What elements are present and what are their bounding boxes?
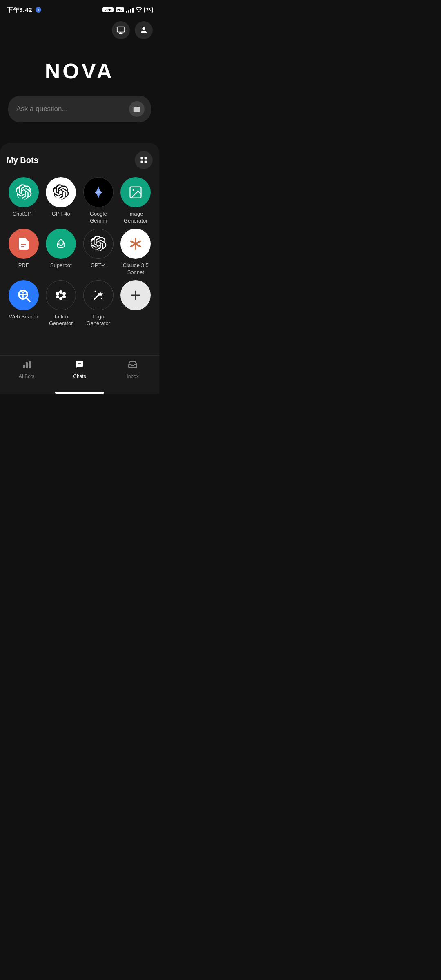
bot-claude[interactable]: Claude 3.5 Sonnet <box>119 229 153 276</box>
notification-badge: 1 <box>36 7 41 13</box>
gemini-icon <box>83 177 114 207</box>
svg-point-20 <box>56 292 59 295</box>
svg-point-7 <box>133 189 135 192</box>
logo-gen-label: Logo Generator <box>81 314 116 327</box>
tattoo-label: Tattoo Generator <box>44 314 78 327</box>
superbot-label: Superbot <box>50 262 72 269</box>
svg-rect-5 <box>145 161 147 163</box>
svg-rect-4 <box>141 161 143 163</box>
bot-image-generator[interactable]: Image Generator <box>119 177 153 225</box>
nav-ai-bots[interactable]: AI Bots <box>0 360 53 379</box>
add-icon <box>120 280 151 310</box>
nav-inbox-label: Inbox <box>127 374 138 379</box>
superbot-icon <box>46 229 76 259</box>
svg-point-28 <box>93 296 94 296</box>
logo-section: NOVA <box>0 42 159 96</box>
chats-icon <box>75 360 85 372</box>
gpt4-label: GPT-4 <box>91 262 106 269</box>
bots-title: My Bots <box>7 156 38 165</box>
grid-view-button[interactable] <box>135 151 153 169</box>
status-time: 下午3:42 <box>7 6 32 14</box>
svg-point-1 <box>142 27 145 30</box>
svg-rect-2 <box>141 157 143 160</box>
claude-label: Claude 3.5 Sonnet <box>119 262 153 276</box>
bot-gpt4[interactable]: GPT-4 <box>81 229 116 276</box>
bots-header: My Bots <box>7 151 153 169</box>
nav-chats[interactable]: Chats <box>53 360 106 379</box>
status-icons: VPN HD 78 <box>102 7 153 13</box>
search-placeholder: Ask a question... <box>16 105 125 113</box>
bots-grid: ChatGPT GPT-4o <box>7 177 153 334</box>
websearch-icon <box>9 280 39 310</box>
app-logo: NOVA <box>45 59 114 83</box>
home-indicator <box>0 389 159 394</box>
svg-rect-0 <box>117 27 125 32</box>
svg-point-10 <box>59 242 60 243</box>
inbox-icon <box>128 360 138 372</box>
claude-icon <box>120 229 151 259</box>
bot-logo-generator[interactable]: Logo Generator <box>81 280 116 327</box>
svg-line-16 <box>27 298 30 301</box>
svg-point-26 <box>94 290 96 292</box>
gpt4-icon <box>83 229 114 259</box>
signal-bars <box>126 7 134 13</box>
svg-rect-31 <box>23 365 25 368</box>
bottom-nav: AI Bots Chats Inbox <box>0 355 159 389</box>
header-actions <box>0 18 159 42</box>
svg-line-25 <box>94 294 100 299</box>
gpt4o-icon <box>46 177 76 207</box>
bot-tattoo-generator[interactable]: Tattoo Generator <box>44 280 78 327</box>
bot-add[interactable] <box>119 280 153 327</box>
logo-gen-icon <box>83 280 114 310</box>
gpt4o-label: GPT-4o <box>52 211 70 218</box>
search-bar[interactable]: Ask a question... <box>8 96 151 122</box>
chatgpt-label: ChatGPT <box>13 211 35 218</box>
nav-ai-bots-label: AI Bots <box>19 374 35 379</box>
svg-rect-33 <box>29 361 31 368</box>
svg-point-27 <box>101 298 102 299</box>
hd-badge: HD <box>116 7 124 12</box>
tattoo-icon <box>46 280 76 310</box>
image-gen-icon <box>120 177 151 207</box>
camera-button[interactable] <box>129 101 145 117</box>
bot-superbot[interactable]: Superbot <box>44 229 78 276</box>
battery-icon: 78 <box>144 7 153 13</box>
svg-point-22 <box>56 295 59 298</box>
pdf-icon <box>9 229 39 259</box>
bot-chatgpt[interactable]: ChatGPT <box>7 177 41 225</box>
bot-gpt4o[interactable]: GPT-4o <box>44 177 78 225</box>
svg-point-23 <box>62 295 66 298</box>
websearch-label: Web Search <box>9 314 38 321</box>
chatgpt-icon <box>9 177 39 207</box>
search-section: Ask a question... <box>0 96 159 143</box>
nav-inbox[interactable]: Inbox <box>106 360 159 379</box>
nav-chats-label: Chats <box>73 374 86 379</box>
svg-rect-3 <box>145 157 147 160</box>
bot-google-gemini[interactable]: Google Gemini <box>81 177 116 225</box>
svg-point-21 <box>62 292 66 295</box>
ai-bots-icon <box>22 360 31 372</box>
svg-point-19 <box>59 290 62 294</box>
bot-web-search[interactable]: Web Search <box>7 280 41 327</box>
svg-rect-32 <box>26 362 28 368</box>
pdf-label: PDF <box>18 262 29 269</box>
status-bar: 下午3:42 1 VPN HD 78 <box>0 0 159 18</box>
vpn-badge: VPN <box>102 7 114 12</box>
profile-button[interactable] <box>135 21 153 39</box>
gemini-label: Google Gemini <box>81 211 116 225</box>
bot-pdf[interactable]: PDF <box>7 229 41 276</box>
svg-point-24 <box>59 297 62 300</box>
home-bar <box>55 392 104 394</box>
svg-point-11 <box>62 242 63 243</box>
wifi-icon <box>136 7 142 13</box>
monitor-button[interactable] <box>112 21 130 39</box>
bots-section: My Bots ChatGPT <box>0 143 159 355</box>
image-gen-label: Image Generator <box>119 211 153 225</box>
